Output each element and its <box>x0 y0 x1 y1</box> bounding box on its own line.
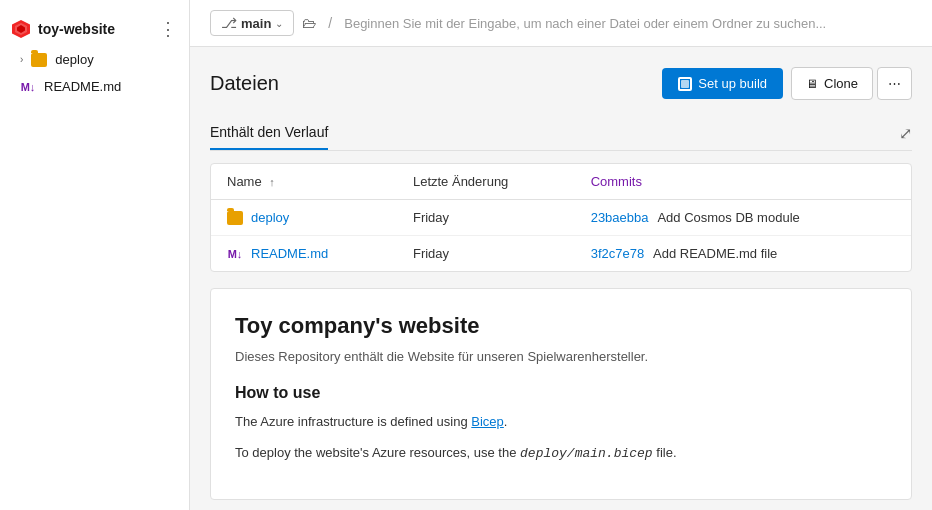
branch-name: main <box>241 16 271 31</box>
setup-build-button[interactable]: Set up build <box>662 68 783 99</box>
readme-line2-before: To deploy the website's Azure resources,… <box>235 445 520 460</box>
folder-icon-deploy <box>31 53 47 67</box>
azure-devops-logo <box>12 20 30 38</box>
table-row: M↓ README.md Friday 3f2c7e78 Add README.… <box>211 236 911 272</box>
more-options-icon: ⋯ <box>888 76 901 91</box>
branch-chevron-icon: ⌄ <box>275 18 283 29</box>
col-commits-label: Commits <box>591 174 642 189</box>
sidebar: toy-website ⋮ › deploy M↓ README.md <box>0 0 190 510</box>
commit-hash-readme[interactable]: 3f2c7e78 <box>591 246 645 261</box>
sort-icon: ↑ <box>269 176 275 188</box>
readme-line-1: The Azure infrastructure is defined usin… <box>235 412 887 433</box>
readme-card: Toy company's website Dieses Repository … <box>210 288 912 500</box>
topbar: ⎇ main ⌄ 🗁 / Beginnen Sie mit der Eingab… <box>190 0 932 47</box>
readme-line1-before: The Azure infrastructure is defined usin… <box>235 414 471 429</box>
sidebar-label-readme: README.md <box>44 79 121 94</box>
clone-label: Clone <box>824 76 858 91</box>
last-change-deploy: Friday <box>397 200 575 236</box>
repo-name: toy-website <box>38 21 151 37</box>
file-name-cell-readme: M↓ README.md <box>211 236 397 272</box>
col-last-change: Letzte Änderung <box>397 164 575 200</box>
setup-build-label: Set up build <box>698 76 767 91</box>
col-name: Name ↑ <box>211 164 397 200</box>
file-link-readme[interactable]: README.md <box>251 246 328 261</box>
commit-hash-deploy[interactable]: 23baebba <box>591 210 649 225</box>
files-title: Dateien <box>210 72 662 95</box>
sidebar-label-deploy: deploy <box>55 52 93 67</box>
main-area: ⎇ main ⌄ 🗁 / Beginnen Sie mit der Eingab… <box>190 0 932 510</box>
file-table: Name ↑ Letzte Änderung Commits <box>211 164 911 271</box>
commit-msg-deploy: Add Cosmos DB module <box>657 210 799 225</box>
readme-section-title: How to use <box>235 384 887 402</box>
md-icon-readme-row: M↓ <box>227 248 243 260</box>
readme-line1-after: . <box>504 414 508 429</box>
clone-icon: 🖥 <box>806 77 818 91</box>
more-options-button[interactable]: ⋯ <box>877 67 912 100</box>
table-header-row: Name ↑ Letzte Änderung Commits <box>211 164 911 200</box>
col-name-label: Name <box>227 174 262 189</box>
folder-icon-deploy-row <box>227 211 243 225</box>
commits-readme: 3f2c7e78 Add README.md file <box>575 236 911 272</box>
sidebar-header: toy-website ⋮ <box>0 12 189 46</box>
files-header: Dateien Set up build 🖥 Clone ⋯ <box>210 67 912 100</box>
readme-main-title: Toy company's website <box>235 313 887 339</box>
sidebar-item-deploy[interactable]: › deploy <box>0 46 189 73</box>
tab-verlauf[interactable]: Enthält den Verlauf <box>210 116 328 150</box>
file-name-cell-deploy: deploy <box>211 200 397 236</box>
branch-icon: ⎇ <box>221 15 237 31</box>
topbar-search-hint[interactable]: Beginnen Sie mit der Eingabe, um nach ei… <box>344 16 912 31</box>
clone-button[interactable]: 🖥 Clone <box>791 67 873 100</box>
setup-build-icon <box>678 77 692 91</box>
sidebar-chevron-deploy: › <box>20 54 23 65</box>
col-commits: Commits <box>575 164 911 200</box>
topbar-path-sep: / <box>328 15 332 31</box>
expand-icon[interactable]: ⤢ <box>899 124 912 143</box>
last-change-readme: Friday <box>397 236 575 272</box>
sidebar-item-readme[interactable]: M↓ README.md <box>0 73 189 100</box>
topbar-folder-icon: 🗁 <box>302 15 316 31</box>
readme-description: Dieses Repository enthält die Website fü… <box>235 349 887 364</box>
commits-deploy: 23baebba Add Cosmos DB module <box>575 200 911 236</box>
sidebar-kebab-menu[interactable]: ⋮ <box>159 20 177 38</box>
readme-line2-after: file. <box>653 445 677 460</box>
col-last-change-label: Letzte Änderung <box>413 174 508 189</box>
file-link-deploy[interactable]: deploy <box>251 210 289 225</box>
table-row: deploy Friday 23baebba Add Cosmos DB mod… <box>211 200 911 236</box>
md-icon-readme: M↓ <box>20 81 36 93</box>
readme-line-2: To deploy the website's Azure resources,… <box>235 443 887 465</box>
file-table-wrapper: Name ↑ Letzte Änderung Commits <box>210 163 912 272</box>
commit-msg-readme: Add README.md file <box>653 246 777 261</box>
tabs-bar: Enthält den Verlauf ⤢ <box>210 116 912 151</box>
branch-selector[interactable]: ⎇ main ⌄ <box>210 10 294 36</box>
tab-verlauf-label: Enthält den Verlauf <box>210 124 328 140</box>
content-area: Dateien Set up build 🖥 Clone ⋯ Enthält d… <box>190 47 932 510</box>
readme-code-path: deploy/main.bicep <box>520 446 653 461</box>
readme-bicep-link[interactable]: Bicep <box>471 414 504 429</box>
